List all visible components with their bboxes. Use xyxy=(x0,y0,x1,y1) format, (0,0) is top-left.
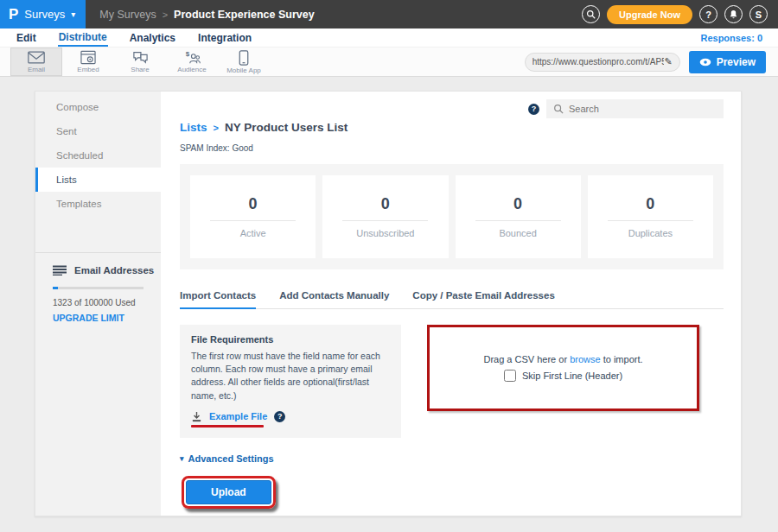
stat-label: Bounced xyxy=(499,228,536,238)
stat-divider xyxy=(475,220,561,221)
stat-divider xyxy=(210,220,296,221)
list-search-box xyxy=(546,99,724,118)
preview-button-label: Preview xyxy=(717,56,756,68)
csv-dropzone-annotated[interactable]: Drag a CSV here or browse to import. Ski… xyxy=(427,325,699,411)
embed-icon xyxy=(80,50,97,65)
stat-divider xyxy=(608,220,693,221)
nav-tab-distribute[interactable]: Distribute xyxy=(58,29,108,47)
skip-first-line-label: Skip First Line (Header) xyxy=(522,370,622,381)
edit-url-pencil-icon[interactable]: ✎ xyxy=(664,56,672,67)
help-badge-icon[interactable]: ? xyxy=(528,104,539,115)
advanced-settings-label: Advanced Settings xyxy=(188,453,274,464)
annotation-red-underline xyxy=(191,425,264,428)
channel-share[interactable]: Share xyxy=(114,48,166,76)
channel-embed[interactable]: Embed xyxy=(62,48,114,76)
example-file-help-icon[interactable]: ? xyxy=(274,411,285,422)
download-icon[interactable] xyxy=(191,411,202,422)
breadcrumb-separator: > xyxy=(214,123,219,133)
stat-value: 0 xyxy=(646,195,654,213)
breadcrumb-my-surveys[interactable]: My Surveys xyxy=(99,9,156,21)
sidebar-item-sent[interactable]: Sent xyxy=(35,119,161,143)
upload-button[interactable]: Upload xyxy=(186,480,271,504)
search-icon xyxy=(553,104,564,114)
survey-url-box: ✎ xyxy=(525,53,680,72)
list-lines-icon xyxy=(53,265,67,276)
nav-tab-edit[interactable]: Edit xyxy=(16,30,37,46)
email-sidebar: Compose Sent Scheduled Lists Templates E… xyxy=(35,92,161,516)
lists-main: ? Lists > NY Product Users List SPAM Ind… xyxy=(161,92,741,516)
breadcrumb-lists-link[interactable]: Lists xyxy=(180,121,207,134)
audience-icon: $ xyxy=(182,50,201,65)
sidebar-item-compose[interactable]: Compose xyxy=(35,95,161,119)
channel-email-label: Email xyxy=(28,66,45,73)
list-name-title: NY Product Users List xyxy=(225,121,348,134)
channel-embed-label: Embed xyxy=(77,66,99,73)
list-search-input[interactable] xyxy=(569,104,717,114)
nav-tab-integration[interactable]: Integration xyxy=(197,30,252,46)
spam-index-label: SPAM Index: Good xyxy=(180,143,724,153)
email-usage-bar xyxy=(53,287,143,289)
upgrade-limit-link[interactable]: UPGRADE LIMIT xyxy=(35,307,161,323)
list-search-row: ? xyxy=(528,99,724,118)
survey-title: Product Experience Survey xyxy=(174,9,315,21)
share-icon xyxy=(131,50,150,65)
mobile-app-icon xyxy=(239,50,249,66)
workspace-menu-label: Surveys xyxy=(24,8,65,21)
breadcrumb-separator: > xyxy=(163,10,168,20)
annotation-red-box: Upload xyxy=(182,476,276,509)
tab-copy-paste-email-addresses[interactable]: Copy / Paste Email Addresses xyxy=(412,290,554,308)
list-breadcrumb: Lists > NY Product Users List xyxy=(180,121,724,134)
workspace-switcher[interactable]: P Surveys ▾ xyxy=(0,0,86,28)
preview-button[interactable]: Preview xyxy=(689,51,766,73)
nav-tab-analytics[interactable]: Analytics xyxy=(129,30,176,46)
browse-link[interactable]: browse xyxy=(570,354,600,364)
dropzone-text: Drag a CSV here or browse to import. xyxy=(483,354,642,364)
stat-label: Duplicates xyxy=(628,228,673,238)
responses-count[interactable]: Responses: 0 xyxy=(700,33,762,43)
page-body: Compose Sent Scheduled Lists Templates E… xyxy=(0,91,778,532)
channel-share-label: Share xyxy=(131,66,149,73)
email-distribution-card: Compose Sent Scheduled Lists Templates E… xyxy=(35,91,742,516)
search-icon[interactable] xyxy=(582,5,600,23)
svg-text:$: $ xyxy=(186,50,190,58)
stat-card-duplicates: 0 Duplicates xyxy=(588,175,713,258)
channel-audience[interactable]: $ Audience xyxy=(166,48,218,76)
tab-import-contacts[interactable]: Import Contacts xyxy=(180,290,256,309)
dropzone-text-prefix: Drag a CSV here or xyxy=(483,354,567,364)
notifications-bell-icon[interactable] xyxy=(724,5,743,23)
distribute-toolbar: Email Embed Share $ Audience Mobile App … xyxy=(0,48,778,77)
stat-value: 0 xyxy=(513,195,522,213)
stat-card-bounced: 0 Bounced xyxy=(456,175,581,258)
sidebar-item-templates[interactable]: Templates xyxy=(35,192,161,216)
toolbar-right: ✎ Preview xyxy=(525,48,778,76)
sidebar-item-lists[interactable]: Lists xyxy=(35,168,161,192)
channel-mobile-label: Mobile App xyxy=(226,66,261,74)
email-addresses-section: Email Addresses xyxy=(35,253,161,276)
file-requirements-body: The first row must have the field name f… xyxy=(191,350,390,402)
user-avatar[interactable]: S xyxy=(749,5,768,23)
advanced-settings-toggle[interactable]: ▾ Advanced Settings xyxy=(180,453,724,464)
channel-mobile-app[interactable]: Mobile App xyxy=(218,48,270,76)
upgrade-now-button[interactable]: Upgrade Now xyxy=(607,5,692,24)
topbar-breadcrumb: My Surveys > Product Experience Survey xyxy=(86,0,582,28)
contacts-tabs: Import Contacts Add Contacts Manually Co… xyxy=(180,290,724,309)
survey-url-input[interactable] xyxy=(532,57,665,66)
help-icon[interactable]: ? xyxy=(699,5,717,23)
caret-down-icon: ▾ xyxy=(180,454,184,463)
dropzone-text-suffix: to import. xyxy=(603,354,643,364)
channel-email[interactable]: Email xyxy=(10,48,62,76)
example-file-row: Example File ? xyxy=(191,411,390,422)
email-usage-fill xyxy=(53,287,58,289)
sidebar-item-scheduled[interactable]: Scheduled xyxy=(35,143,161,168)
skip-first-line-checkbox[interactable] xyxy=(504,370,516,382)
stat-divider xyxy=(342,220,428,221)
channel-mobile-label-audience: Audience xyxy=(177,66,206,73)
bell-glyph xyxy=(729,10,738,20)
example-file-link[interactable]: Example File xyxy=(209,411,267,421)
file-requirements-box: File Requirements The first row must hav… xyxy=(180,325,401,438)
stat-value: 0 xyxy=(249,195,258,213)
magnifier-glyph xyxy=(586,10,596,19)
questionpro-logo-icon: P xyxy=(9,7,18,22)
stat-value: 0 xyxy=(381,195,390,213)
tab-add-contacts-manually[interactable]: Add Contacts Manually xyxy=(279,290,389,308)
